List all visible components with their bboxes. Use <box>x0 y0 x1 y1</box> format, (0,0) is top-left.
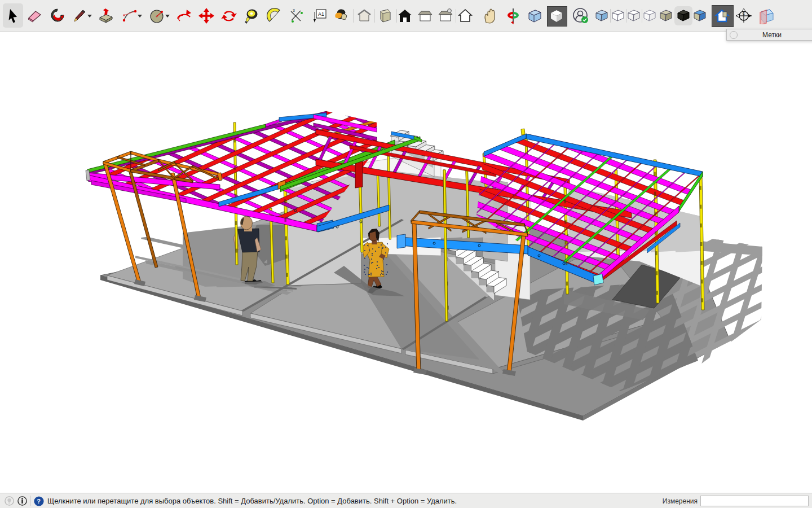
svg-text:C: C <box>743 12 745 15</box>
svg-text:?: ? <box>37 498 41 505</box>
svg-text:A1: A1 <box>318 11 324 17</box>
svg-text:3: 3 <box>293 8 295 12</box>
